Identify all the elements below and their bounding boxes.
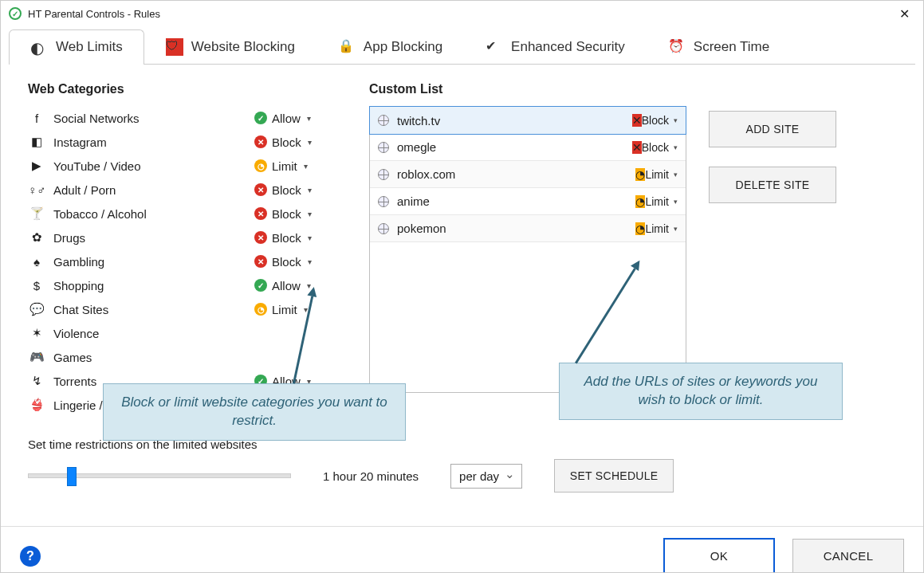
status-block-icon: ✕ bbox=[254, 255, 267, 268]
status-block-icon: ✕ bbox=[254, 183, 267, 196]
instagram-icon: ◧ bbox=[28, 135, 45, 149]
chevron-down-icon: ▾ bbox=[308, 234, 312, 242]
facebook-icon: f bbox=[28, 112, 45, 125]
titlebar: HT Parental Controls - Rules ✕ bbox=[1, 1, 923, 26]
custom-list-header: Custom List bbox=[369, 82, 686, 96]
category-action-dropdown[interactable]: ✕Block▾ bbox=[254, 135, 331, 149]
tab-enhanced-security[interactable]: Enhanced Security bbox=[464, 29, 647, 64]
tab-website-blocking[interactable]: Website Blocking bbox=[144, 29, 317, 64]
web-limits-icon bbox=[30, 38, 48, 56]
shopping-icon: $ bbox=[28, 279, 45, 292]
custom-list: twitch.tv✕Block▾omegle✕Block▾roblox.com◔… bbox=[369, 106, 686, 393]
adult-icon: ♀♂ bbox=[28, 183, 45, 197]
tab-label: Website Blocking bbox=[191, 39, 295, 55]
status-block-icon: ✕ bbox=[632, 114, 642, 127]
site-action-dropdown[interactable]: ✕Block▾ bbox=[632, 114, 678, 127]
content-area: Web Categories fSocial Networks✓Allow▾◧I… bbox=[1, 65, 923, 507]
category-action-dropdown[interactable]: ✕Block▾ bbox=[254, 231, 331, 245]
category-action-dropdown[interactable]: ✓Allow▾ bbox=[254, 279, 331, 292]
site-action-dropdown[interactable]: ◔Limit▾ bbox=[635, 195, 678, 208]
chevron-down-icon: ▾ bbox=[674, 116, 678, 124]
lingerie-icon: 👙 bbox=[28, 398, 45, 412]
web-categories-header: Web Categories bbox=[28, 82, 331, 96]
status-allow-icon: ✓ bbox=[254, 279, 267, 292]
time-restriction-area: Set time restrictions on the limited web… bbox=[28, 438, 896, 493]
category-name: Shopping bbox=[53, 279, 254, 292]
web-categories-panel: Web Categories fSocial Networks✓Allow▾◧I… bbox=[28, 82, 331, 417]
status-limit-icon: ◔ bbox=[254, 159, 267, 172]
category-action-label: Block bbox=[272, 135, 301, 149]
callout-custom: Add the URLs of sites or keywords you wi… bbox=[559, 363, 843, 420]
category-name: Games bbox=[53, 351, 254, 364]
site-action-label: Limit bbox=[645, 222, 669, 235]
status-allow-icon: ✓ bbox=[254, 112, 267, 124]
chevron-down-icon: ▾ bbox=[674, 143, 678, 151]
tab-screen-time[interactable]: Screen Time bbox=[647, 29, 791, 64]
chevron-down-icon: ▾ bbox=[674, 171, 678, 179]
status-limit-icon: ◔ bbox=[635, 195, 645, 208]
globe-icon bbox=[378, 142, 389, 153]
category-action-label: Block bbox=[272, 183, 301, 197]
category-row: ♠Gambling✕Block▾ bbox=[28, 249, 331, 273]
window-title: HT Parental Controls - Rules bbox=[28, 8, 893, 20]
category-action-label: Allow bbox=[272, 279, 301, 292]
enhanced-security-icon bbox=[486, 38, 503, 56]
category-row: 🎮Games bbox=[28, 345, 331, 369]
chevron-down-icon: ▾ bbox=[308, 210, 312, 218]
cancel-button[interactable]: CANCEL bbox=[792, 539, 904, 573]
custom-list-row[interactable]: omegle✕Block▾ bbox=[370, 134, 686, 161]
gambling-icon: ♠ bbox=[28, 255, 45, 269]
site-action-label: Limit bbox=[645, 168, 669, 181]
add-site-button[interactable]: ADD SITE bbox=[709, 111, 836, 147]
status-limit-icon: ◔ bbox=[254, 303, 267, 316]
category-action-dropdown[interactable]: ✕Block▾ bbox=[254, 255, 331, 269]
custom-list-row[interactable]: roblox.com◔Limit▾ bbox=[370, 161, 686, 188]
tab-label: App Blocking bbox=[364, 39, 442, 55]
alcohol-icon: 🍸 bbox=[28, 206, 45, 221]
period-select[interactable]: per day bbox=[450, 464, 522, 489]
category-row: fSocial Networks✓Allow▾ bbox=[28, 106, 331, 130]
site-action-dropdown[interactable]: ✕Block▾ bbox=[632, 141, 678, 154]
site-name: twitch.tv bbox=[397, 114, 632, 128]
custom-list-row[interactable]: pokemon◔Limit▾ bbox=[370, 215, 686, 242]
category-action-dropdown[interactable]: ✓Allow▾ bbox=[254, 112, 331, 125]
custom-list-row[interactable]: anime◔Limit▾ bbox=[370, 188, 686, 215]
slider-thumb[interactable] bbox=[67, 467, 77, 486]
globe-icon bbox=[378, 223, 389, 234]
drugs-icon: ✿ bbox=[28, 230, 45, 245]
status-limit-icon: ◔ bbox=[635, 168, 645, 181]
help-button[interactable]: ? bbox=[20, 546, 41, 567]
category-action-dropdown[interactable]: ◔Limit▾ bbox=[254, 303, 331, 316]
youtube-icon: ▶ bbox=[28, 159, 45, 173]
category-action-dropdown[interactable]: ◔Limit▾ bbox=[254, 159, 331, 173]
callout-categories: Block or limit website categories you wa… bbox=[103, 383, 406, 441]
site-name: anime bbox=[397, 194, 635, 208]
tab-web-limits[interactable]: Web Limits bbox=[9, 29, 144, 64]
ok-button[interactable]: OK bbox=[663, 538, 775, 573]
custom-list-row[interactable]: twitch.tv✕Block▾ bbox=[369, 106, 686, 135]
chat-icon: 💬 bbox=[28, 302, 45, 316]
category-row: ✶Violence bbox=[28, 321, 331, 345]
category-action-dropdown[interactable]: ✕Block▾ bbox=[254, 183, 331, 197]
period-value: per day bbox=[459, 469, 499, 483]
tab-label: Screen Time bbox=[694, 39, 769, 55]
screen-time-icon bbox=[668, 38, 686, 56]
site-action-dropdown[interactable]: ◔Limit▾ bbox=[635, 222, 678, 235]
time-slider[interactable] bbox=[28, 473, 291, 478]
globe-icon bbox=[378, 115, 389, 126]
category-action-dropdown[interactable]: ✕Block▾ bbox=[254, 207, 331, 221]
category-action-label: Limit bbox=[272, 303, 297, 316]
tab-label: Enhanced Security bbox=[511, 39, 625, 55]
set-schedule-button[interactable]: SET SCHEDULE bbox=[554, 459, 674, 493]
category-action-label: Block bbox=[272, 207, 301, 221]
category-name: Tobacco / Alcohol bbox=[53, 207, 254, 221]
delete-site-button[interactable]: DELETE SITE bbox=[709, 167, 836, 203]
tab-app-blocking[interactable]: App Blocking bbox=[317, 29, 464, 64]
site-action-dropdown[interactable]: ◔Limit▾ bbox=[635, 168, 678, 181]
status-block-icon: ✕ bbox=[632, 141, 642, 154]
close-button[interactable]: ✕ bbox=[893, 6, 915, 22]
category-row: $Shopping✓Allow▾ bbox=[28, 273, 331, 297]
category-action-label: Block bbox=[272, 231, 301, 245]
globe-icon bbox=[378, 196, 389, 207]
games-icon: 🎮 bbox=[28, 350, 45, 364]
